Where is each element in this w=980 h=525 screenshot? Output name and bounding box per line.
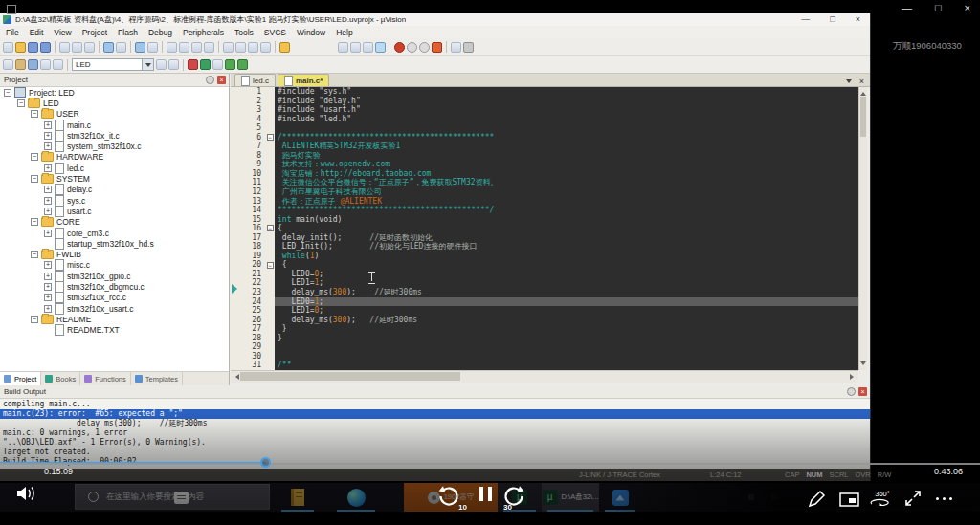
tree-item-core-cm3-c[interactable]: +core_cm3.c (2, 228, 229, 238)
configure-tools-icon[interactable] (463, 42, 474, 53)
code-line-6[interactable]: 6−/*************************************… (231, 133, 858, 142)
taskbar-item-notebook[interactable] (276, 483, 320, 512)
performance-analyzer-icon[interactable] (363, 42, 373, 53)
build-target-icon[interactable] (15, 59, 26, 70)
annotate-pen-icon[interactable] (807, 490, 826, 509)
translate-file-icon[interactable] (3, 59, 13, 70)
collapse-icon[interactable]: − (31, 218, 38, 226)
splitter-collapse-icon[interactable] (232, 284, 242, 294)
progress-bar-track[interactable] (0, 463, 980, 465)
expand-icon[interactable]: + (44, 305, 52, 313)
doc-close-icon[interactable]: × (859, 77, 864, 85)
books-icon[interactable] (200, 59, 211, 70)
code-line-11[interactable]: 11 关注微信公众平台微信号：“正点原子”，免费获取STM32资料。 (231, 178, 858, 187)
code-line-16[interactable]: 16−{ (231, 224, 858, 233)
fullscreen-icon[interactable] (904, 490, 922, 507)
target-select[interactable]: LED (72, 58, 154, 71)
player-close-button[interactable]: × (965, 2, 970, 13)
tree-item-stm32f10x-usart-c[interactable]: +stm32f10x_usart.c (2, 303, 229, 314)
file-extensions-icon[interactable] (168, 59, 179, 70)
expand-icon[interactable]: + (44, 283, 52, 291)
menu-view[interactable]: View (54, 28, 71, 37)
copy-icon[interactable] (72, 42, 82, 53)
insert-breakpoint-icon[interactable] (394, 42, 405, 53)
code-line-15[interactable]: 15int main(void) (231, 215, 858, 225)
enable-breakpoints-icon[interactable] (432, 42, 442, 53)
batch-build-icon[interactable] (40, 59, 51, 70)
vertical-scroll-thumb[interactable] (860, 97, 866, 137)
trace-icon[interactable] (225, 59, 235, 70)
code-line-10[interactable]: 10 淘宝店铺：http://eboard.taobao.com (231, 169, 858, 179)
tree-item-user[interactable]: −USER (2, 109, 229, 120)
doc-tab-led.c[interactable]: led.c (234, 74, 276, 86)
find-in-files-icon[interactable] (375, 42, 386, 53)
tree-item-sys-c[interactable]: +sys.c (2, 195, 229, 206)
menu-flash[interactable]: Flash (118, 28, 138, 37)
code-line-31[interactable]: 31/** (231, 361, 858, 370)
tree-item-readme[interactable]: −README (2, 314, 229, 324)
paste-icon[interactable] (84, 42, 95, 53)
fold-collapse-icon[interactable]: − (267, 225, 274, 231)
new-file-icon[interactable] (3, 42, 13, 53)
code-line-12[interactable]: 12 广州市星翼电子科技有限公司 (231, 187, 858, 197)
collapse-icon[interactable]: − (31, 175, 38, 183)
tree-item-system[interactable]: −SYSTEM (2, 173, 229, 184)
save-all-icon[interactable] (40, 42, 51, 53)
uvision-maximize-button[interactable]: □ (830, 14, 835, 24)
code-line-23[interactable]: 23 delay_ms(300); //延时300ms (231, 288, 858, 297)
code-line-2[interactable]: 2#include "delay.h" (231, 97, 858, 106)
tree-item-project-led[interactable]: −Project: LED (2, 87, 229, 98)
code-line-3[interactable]: 3#include "usart.h" (231, 105, 858, 115)
build-error-line[interactable]: main.c(23): error: #65: expected a ";" (0, 409, 870, 419)
tree-item-readme-txt[interactable]: README.TXT (2, 325, 229, 336)
tree-item-stm32f10x-gpio-c[interactable]: +stm32f10x_gpio.c (2, 271, 229, 281)
code-line-4[interactable]: 4#include "led.h" (231, 115, 858, 124)
uncomment-selection-icon[interactable] (260, 42, 271, 53)
menu-project[interactable]: Project (82, 28, 107, 37)
expand-icon[interactable]: + (44, 208, 52, 215)
flag-icon[interactable] (188, 59, 198, 70)
scroll-right-icon[interactable] (850, 374, 857, 380)
editor-vertical-scrollbar[interactable] (858, 87, 867, 370)
horizontal-scroll-thumb[interactable] (240, 372, 460, 381)
tree-item-core[interactable]: −CORE (2, 217, 229, 228)
code-line-13[interactable]: 13 作者：正点原子 @ALIENTEK (231, 197, 858, 207)
tree-item-stm32f10x-dbgmcu-c[interactable]: +stm32f10x_dbgmcu.c (2, 281, 229, 292)
more-options-icon[interactable] (936, 497, 952, 500)
code-line-29[interactable]: 29 (231, 342, 858, 352)
expand-icon[interactable]: + (44, 186, 52, 193)
scroll-up-icon[interactable] (860, 89, 866, 96)
code-line-8[interactable]: 8 跑马灯实验 (231, 151, 858, 161)
menu-edit[interactable]: Edit (30, 28, 44, 37)
doc-tab-main.c[interactable]: main.c* (278, 74, 329, 86)
tree-item-misc-c[interactable]: +misc.c (2, 260, 229, 271)
pause-button[interactable] (479, 487, 492, 501)
tree-item-main-c[interactable]: +main.c (2, 120, 229, 130)
tab-books[interactable]: Books (41, 372, 80, 385)
bookmark-toggle-icon[interactable] (167, 42, 177, 53)
tree-item-stm32f10x-rcc-c[interactable]: +stm32f10x_rcc.c (2, 293, 229, 303)
volume-icon[interactable] (15, 484, 38, 503)
chevron-down-icon[interactable] (142, 59, 153, 70)
code-line-19[interactable]: 19 while(1) (231, 252, 858, 261)
touch-keyboard-icon[interactable] (174, 492, 189, 504)
expand-icon[interactable]: + (44, 132, 52, 140)
open-file-icon[interactable] (15, 42, 26, 53)
pin-icon[interactable] (206, 76, 214, 84)
code-line-22[interactable]: 22 LED1=1; (231, 278, 858, 288)
disable-breakpoint-icon[interactable] (407, 42, 417, 53)
scroll-down-icon[interactable] (860, 361, 866, 368)
rebuild-all-icon[interactable] (28, 59, 38, 70)
bookmark-prev-icon[interactable] (179, 42, 189, 53)
pin-icon[interactable] (847, 387, 856, 396)
tree-item-system-stm32f10x-c[interactable]: +system_stm32f10x.c (2, 141, 229, 151)
build-log-line[interactable]: delay_ms(300); //延时300ms (0, 419, 870, 428)
expand-icon[interactable]: + (44, 230, 52, 237)
progress-bar-handle[interactable] (260, 457, 271, 468)
windows-list-icon[interactable] (279, 42, 290, 53)
build-log-line[interactable]: "..\OBJ\LED.axf" - 1 Error(s), 0 Warning… (0, 438, 870, 448)
code-line-9[interactable]: 9 技术支持：www.openedv.com (231, 160, 858, 169)
build-output-close-icon[interactable]: × (858, 387, 867, 396)
kill-breakpoints-icon[interactable] (419, 42, 430, 53)
code-editor[interactable]: 1#include "sys.h"2#include "delay.h"3#in… (231, 87, 858, 370)
